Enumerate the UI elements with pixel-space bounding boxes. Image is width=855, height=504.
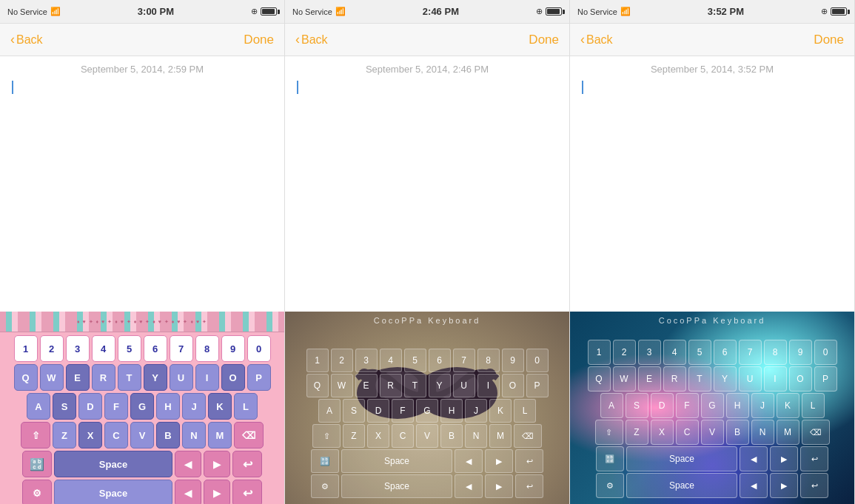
key-return2-2[interactable]: ↩ [515, 474, 543, 498]
key-p-3[interactable]: P [814, 366, 837, 392]
key-t-1[interactable]: T [118, 364, 141, 391]
key-s-3[interactable]: S [626, 393, 648, 418]
key-5-2[interactable]: 5 [404, 349, 426, 372]
key-left-3[interactable]: ◀ [740, 446, 768, 471]
key-c-1[interactable]: C [104, 422, 128, 448]
key-v-1[interactable]: V [130, 422, 154, 448]
key-space-3[interactable]: Space [626, 446, 737, 471]
key-r-2[interactable]: R [380, 374, 402, 397]
key-w-3[interactable]: W [613, 366, 636, 392]
key-t-2[interactable]: T [404, 374, 426, 397]
key-t-3[interactable]: T [688, 366, 711, 392]
done-button-1[interactable]: Done [244, 33, 274, 47]
key-shift-1[interactable]: ⇧ [21, 422, 50, 448]
key-f-3[interactable]: F [676, 393, 699, 418]
key-9-1[interactable]: 9 [221, 335, 245, 362]
key-r-3[interactable]: R [663, 366, 686, 392]
key-v-3[interactable]: V [701, 420, 724, 445]
key-a-3[interactable]: A [600, 393, 623, 418]
key-left-2[interactable]: ◀ [455, 449, 483, 473]
key-3-3[interactable]: 3 [638, 340, 661, 365]
key-right-3[interactable]: ▶ [770, 446, 798, 471]
key-7-1[interactable]: 7 [170, 335, 193, 362]
key-settings-1[interactable]: ⚙ [22, 480, 52, 504]
key-left2-1[interactable]: ◀ [175, 480, 201, 504]
key-y-3[interactable]: Y [714, 366, 737, 392]
key-2-3[interactable]: 2 [613, 340, 636, 365]
key-4-3[interactable]: 4 [663, 340, 686, 365]
key-1-3[interactable]: 1 [588, 340, 611, 365]
back-label-3[interactable]: Back [586, 33, 613, 47]
key-9-2[interactable]: 9 [502, 349, 524, 372]
key-g-3[interactable]: G [701, 393, 724, 418]
key-6-3[interactable]: 6 [714, 340, 737, 365]
key-shift-2[interactable]: ⇧ [312, 424, 341, 448]
key-r-1[interactable]: R [92, 364, 115, 391]
key-0-2[interactable]: 0 [526, 349, 549, 372]
keyboard-3[interactable]: CocoPPa Keyboard 1 2 3 4 5 6 7 8 9 0 Q W… [570, 312, 854, 504]
key-h-2[interactable]: H [440, 399, 463, 423]
key-right2-3[interactable]: ▶ [770, 473, 798, 498]
key-n-2[interactable]: N [465, 424, 487, 448]
key-p-1[interactable]: P [247, 364, 271, 391]
key-b-3[interactable]: B [726, 420, 749, 445]
keyboard-2[interactable]: CocoPPa Keyboard 1 2 3 4 5 6 7 8 9 0 [285, 312, 569, 504]
key-z-1[interactable]: Z [53, 422, 76, 448]
key-j-1[interactable]: J [182, 393, 206, 420]
key-return-3[interactable]: ↩ [800, 446, 828, 471]
key-z-2[interactable]: Z [343, 424, 365, 448]
key-w-1[interactable]: W [40, 364, 64, 391]
key-return2-3[interactable]: ↩ [800, 473, 828, 498]
key-m-3[interactable]: M [777, 420, 799, 445]
key-1-1[interactable]: 1 [14, 335, 38, 362]
key-0-1[interactable]: 0 [247, 335, 271, 362]
back-label-1[interactable]: Back [16, 33, 43, 47]
key-space2-1[interactable]: Space [54, 480, 172, 504]
key-2-2[interactable]: 2 [331, 349, 353, 372]
key-n-1[interactable]: N [182, 422, 206, 448]
key-k-2[interactable]: K [489, 399, 512, 423]
key-u-3[interactable]: U [739, 366, 762, 392]
key-n-3[interactable]: N [751, 420, 774, 445]
keyboard-1[interactable]: ♦ ♥ ✦ ♦ ♥ ✦ ♦ ♥ ✦ ♦ ♥ ✦ ♦ ♥ ✦ ♦ ♥ ✦ ♦ ♥ … [0, 312, 284, 504]
key-o-1[interactable]: O [221, 364, 245, 391]
key-3-2[interactable]: 3 [355, 349, 378, 372]
key-emoji-2[interactable]: 🔡 [311, 449, 339, 473]
key-b-2[interactable]: B [440, 424, 463, 448]
back-button-2[interactable]: ‹ Back [295, 32, 328, 47]
key-d-2[interactable]: D [367, 399, 389, 423]
key-left2-3[interactable]: ◀ [740, 473, 768, 498]
key-4-2[interactable]: 4 [380, 349, 402, 372]
key-o-2[interactable]: O [502, 374, 524, 397]
done-button-3[interactable]: Done [814, 33, 844, 47]
key-z-3[interactable]: Z [626, 420, 648, 445]
key-l-3[interactable]: L [802, 393, 825, 418]
key-s-1[interactable]: S [53, 393, 76, 420]
key-6-1[interactable]: 6 [144, 335, 167, 362]
back-label-2[interactable]: Back [301, 33, 328, 47]
key-8-2[interactable]: 8 [477, 349, 500, 372]
key-9-3[interactable]: 9 [789, 340, 812, 365]
key-shift-3[interactable]: ⇧ [595, 420, 623, 445]
key-8-3[interactable]: 8 [764, 340, 787, 365]
key-m-1[interactable]: M [208, 422, 232, 448]
key-d-3[interactable]: D [651, 393, 674, 418]
key-w-2[interactable]: W [331, 374, 353, 397]
key-i-2[interactable]: I [477, 374, 500, 397]
key-4-1[interactable]: 4 [92, 335, 115, 362]
key-emoji-1[interactable]: 🔡 [22, 451, 52, 477]
key-y-2[interactable]: Y [429, 374, 451, 397]
key-right2-1[interactable]: ▶ [204, 480, 230, 504]
key-right-1[interactable]: ▶ [204, 451, 230, 477]
key-space-2[interactable]: Space [341, 449, 452, 473]
key-k-3[interactable]: K [777, 393, 799, 418]
key-5-3[interactable]: 5 [688, 340, 711, 365]
key-return-1[interactable]: ↩ [232, 451, 262, 477]
key-0-3[interactable]: 0 [814, 340, 837, 365]
key-backspace-1[interactable]: ⌫ [234, 422, 264, 448]
key-8-1[interactable]: 8 [195, 335, 219, 362]
key-o-3[interactable]: O [789, 366, 812, 392]
key-i-3[interactable]: I [764, 366, 787, 392]
key-return-2[interactable]: ↩ [515, 449, 543, 473]
key-x-2[interactable]: X [367, 424, 389, 448]
